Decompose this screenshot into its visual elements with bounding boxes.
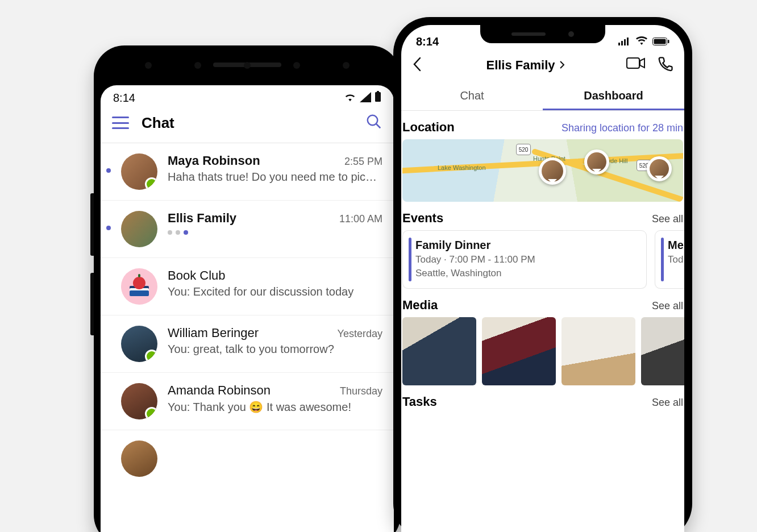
chat-item[interactable]: Ellis Family 11:00 AM	[101, 201, 394, 258]
iphone-notch	[480, 25, 605, 43]
cellular-icon	[360, 92, 371, 105]
android-power-button	[90, 273, 94, 335]
iphone-frame: 8:14 Ellis Family	[393, 17, 692, 532]
chat-preview: You: great, talk to you tomorrow?	[168, 343, 382, 356]
location-heading: Location	[402, 120, 455, 135]
event-place: Seattle, Washington	[415, 268, 637, 279]
chat-preview: You: Thank you 😄 It was awesome!	[168, 400, 382, 414]
svg-rect-7	[627, 38, 629, 45]
media-thumb[interactable]	[641, 317, 684, 385]
media-heading: Media	[402, 298, 438, 313]
wifi-icon	[635, 35, 648, 48]
svg-rect-10	[668, 40, 669, 43]
event-title: Family Dinner	[415, 239, 637, 252]
conversation-nav: Ellis Family	[401, 51, 684, 78]
map-label-lake: Lake Washington	[438, 164, 486, 171]
tab-dashboard[interactable]: Dashboard	[543, 81, 684, 110]
iphone-screen: 8:14 Ellis Family	[401, 25, 684, 532]
svg-rect-0	[375, 92, 381, 102]
chat-name: William Beringer	[168, 326, 259, 340]
chat-time: Yesterday	[338, 328, 382, 340]
map-person-pin[interactable]	[647, 156, 672, 181]
presence-badge	[145, 407, 157, 419]
avatar	[121, 153, 157, 190]
svg-rect-1	[377, 91, 379, 93]
map-person-pin[interactable]	[584, 149, 609, 174]
back-icon[interactable]	[411, 56, 425, 74]
chat-name: Book Club	[168, 268, 226, 283]
avatar	[121, 326, 157, 362]
media-thumb[interactable]	[561, 317, 635, 385]
chat-item[interactable]: William Beringer Yesterday You: great, t…	[101, 315, 394, 373]
avatar	[121, 440, 157, 477]
chat-preview: You: Excited for our discussion today	[168, 285, 382, 298]
android-camera-dots	[145, 61, 350, 69]
avatar	[121, 383, 157, 419]
media-thumb[interactable]	[402, 317, 476, 385]
svg-rect-5	[621, 41, 623, 45]
avatar	[121, 268, 157, 305]
chat-list: Maya Robinson 2:55 PM Haha thats true! D…	[101, 143, 394, 487]
chat-name: Ellis Family	[168, 211, 236, 226]
conversation-title-text: Ellis Family	[486, 58, 555, 73]
event-card[interactable]: Me Tod	[655, 230, 684, 289]
svg-rect-11	[627, 58, 639, 68]
conversation-title[interactable]: Ellis Family	[431, 58, 621, 73]
media-thumb[interactable]	[482, 317, 556, 385]
event-title: Me	[668, 239, 684, 252]
android-phone-frame: 8:14 Chat	[94, 45, 401, 532]
tab-chat[interactable]: Chat	[401, 81, 543, 110]
svg-marker-12	[640, 59, 644, 68]
event-card[interactable]: Family Dinner Today · 7:00 PM - 11:00 PM…	[402, 230, 647, 289]
android-status-bar: 8:14	[101, 85, 394, 109]
ios-status-icons	[618, 35, 669, 48]
wifi-icon	[344, 92, 356, 105]
events-see-all[interactable]: See all	[652, 213, 683, 225]
tasks-see-all[interactable]: See all	[652, 397, 683, 409]
chat-name: Amanda Robinson	[168, 383, 271, 398]
android-volume-button	[90, 193, 94, 256]
location-sharing-status[interactable]: Sharing location for 28 min	[561, 122, 683, 134]
chat-item[interactable]: Amanda Robinson Thursday You: Thank you …	[101, 373, 394, 430]
cellular-icon	[618, 35, 631, 48]
video-call-icon[interactable]	[626, 56, 646, 74]
event-time: Today · 7:00 PM - 11:00 PM	[415, 254, 637, 265]
unread-dot	[106, 168, 111, 173]
media-see-all[interactable]: See all	[652, 300, 683, 312]
events-section: Events See all Family Dinner Today · 7:0…	[401, 202, 684, 289]
svg-rect-4	[618, 43, 620, 45]
unread-dot	[106, 226, 111, 230]
android-status-icons	[344, 91, 381, 105]
location-map[interactable]: Lake Washington Hunts Point Clyde Hill 5…	[402, 139, 683, 202]
conversation-tabs: Chat Dashboard	[401, 81, 684, 111]
menu-icon[interactable]	[112, 117, 129, 129]
event-time: Tod	[668, 254, 684, 265]
audio-call-icon[interactable]	[658, 56, 674, 74]
svg-point-2	[368, 115, 378, 126]
android-status-time: 8:14	[113, 92, 135, 105]
chevron-right-icon	[559, 58, 565, 73]
battery-icon	[375, 91, 381, 105]
chat-time: 11:00 AM	[339, 213, 382, 225]
svg-rect-6	[624, 39, 626, 45]
avatar	[121, 211, 157, 247]
chat-item[interactable]: Maya Robinson 2:55 PM Haha thats true! D…	[101, 143, 394, 201]
chat-item[interactable]	[101, 430, 394, 487]
tasks-section: Tasks See all	[401, 385, 684, 414]
search-icon[interactable]	[365, 113, 382, 132]
tasks-heading: Tasks	[402, 394, 437, 409]
location-section: Location Sharing location for 28 min Lak…	[401, 111, 684, 202]
route-shield: 520	[516, 144, 531, 155]
ios-status-time: 8:14	[416, 35, 439, 48]
presence-badge	[145, 177, 157, 190]
chat-item[interactable]: Book Club You: Excited for our discussio…	[101, 258, 394, 315]
svg-rect-9	[654, 39, 666, 44]
android-screen: 8:14 Chat	[101, 85, 394, 532]
events-heading: Events	[402, 211, 443, 226]
map-person-pin[interactable]	[539, 157, 566, 185]
chat-time: 2:55 PM	[344, 156, 382, 168]
svg-line-3	[376, 124, 381, 128]
page-title: Chat	[142, 114, 353, 132]
chat-list-header: Chat	[101, 109, 394, 143]
typing-indicator	[168, 230, 382, 235]
